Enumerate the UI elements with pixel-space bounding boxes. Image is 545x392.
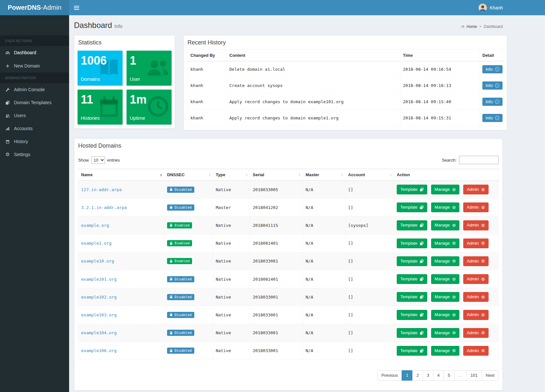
admin-button[interactable]: Admin⚙ bbox=[463, 239, 489, 248]
manage-button[interactable]: Manage⚙ bbox=[431, 310, 460, 320]
admin-button[interactable]: Admin⚙ bbox=[463, 310, 489, 320]
template-button[interactable]: Template bbox=[397, 239, 427, 248]
lock-icon bbox=[170, 242, 173, 245]
domain-row: example101.org Disabled Native 201808140… bbox=[79, 270, 499, 288]
lock-icon bbox=[170, 206, 173, 209]
domain-name-link[interactable]: example103.org bbox=[81, 312, 117, 317]
lock-icon bbox=[170, 295, 173, 299]
pagination-page-4[interactable]: 4 bbox=[433, 370, 444, 381]
template-button[interactable]: Template bbox=[397, 202, 427, 212]
template-button[interactable]: Template bbox=[397, 256, 427, 266]
type-cell: Native bbox=[213, 216, 250, 234]
sidebar-item-domain-templates[interactable]: Domain Templates bbox=[0, 96, 69, 109]
admin-button[interactable]: Admin⚙ bbox=[463, 274, 489, 284]
info-button[interactable]: Info i bbox=[482, 65, 503, 73]
manage-button[interactable]: Manage⚙ bbox=[431, 185, 460, 194]
domain-name-link[interactable]: example106.org bbox=[81, 348, 117, 353]
manage-button[interactable]: Manage⚙ bbox=[431, 328, 460, 338]
admin-button[interactable]: Admin⚙ bbox=[463, 328, 489, 338]
pagination-page-3[interactable]: 3 bbox=[423, 370, 433, 381]
dnssec-badge: Disabled bbox=[167, 294, 194, 300]
account-cell: [] bbox=[345, 288, 394, 306]
actions-cell: Template Manage⚙ Admin⚙ bbox=[394, 234, 499, 252]
info-button[interactable]: Info i bbox=[482, 114, 503, 122]
template-button[interactable]: Template bbox=[397, 346, 427, 356]
sidebar-item-new-domain[interactable]: New Domain bbox=[0, 59, 69, 72]
sidebar-item-settings[interactable]: ⚙ Settings bbox=[0, 148, 69, 161]
column-header-account[interactable]: Account▲▼ bbox=[345, 169, 394, 181]
breadcrumb-home-link[interactable]: Home bbox=[461, 24, 477, 29]
clone-icon bbox=[420, 295, 424, 299]
sidebar-item-label: New Domain bbox=[14, 63, 40, 68]
manage-button[interactable]: Manage⚙ bbox=[431, 239, 460, 248]
name-cell: 3.2.1.in-addr.arpa bbox=[79, 199, 164, 216]
gear-icon: ⚙ bbox=[452, 241, 456, 245]
template-button[interactable]: Template bbox=[397, 185, 427, 194]
domain-name-link[interactable]: 127.in-addr.arpa bbox=[81, 187, 122, 192]
admin-button[interactable]: Admin⚙ bbox=[463, 256, 489, 266]
info-button[interactable]: Info i bbox=[482, 81, 503, 90]
clone-icon bbox=[420, 349, 424, 353]
manage-button[interactable]: Manage⚙ bbox=[431, 292, 460, 302]
manage-button[interactable]: Manage⚙ bbox=[431, 274, 460, 284]
admin-button[interactable]: Admin⚙ bbox=[463, 202, 489, 212]
pagination-page-5[interactable]: 5 bbox=[443, 370, 454, 381]
domain-name-link[interactable]: 3.2.1.in-addr.arpa bbox=[81, 205, 127, 210]
template-button[interactable]: Template bbox=[397, 328, 427, 338]
dnssec-badge: Enabled bbox=[167, 258, 192, 264]
changed-by-cell: khanh bbox=[188, 61, 227, 78]
user-menu[interactable]: Khanh bbox=[476, 0, 505, 15]
manage-button[interactable]: Manage⚙ bbox=[431, 256, 460, 266]
column-header-master[interactable]: Master▲▼ bbox=[303, 169, 345, 181]
domain-name-link[interactable]: example1.org bbox=[81, 241, 112, 246]
lock-icon bbox=[170, 349, 173, 352]
type-cell: Native bbox=[213, 306, 250, 324]
sidebar-item-dashboard[interactable]: Dashboard bbox=[0, 46, 69, 59]
sidebar-item-label: Dashboard bbox=[14, 50, 36, 55]
search-input[interactable] bbox=[459, 156, 499, 164]
pagination-page-2[interactable]: 2 bbox=[412, 370, 423, 381]
column-header-type[interactable]: Type▲▼ bbox=[213, 169, 250, 181]
detail-cell: Info i bbox=[480, 110, 503, 126]
pagination-next[interactable]: Next bbox=[481, 370, 499, 381]
info-button[interactable]: Info i bbox=[482, 98, 503, 106]
admin-button[interactable]: Admin⚙ bbox=[463, 185, 489, 194]
gear-icon: ⚙ bbox=[481, 349, 485, 353]
template-button[interactable]: Template bbox=[397, 310, 427, 320]
domain-name-link[interactable]: example.org bbox=[81, 223, 109, 228]
domain-name-link[interactable]: example102.org bbox=[81, 295, 117, 300]
template-button[interactable]: Template bbox=[397, 292, 427, 302]
domain-name-link[interactable]: example10.org bbox=[81, 259, 114, 263]
column-header-dnssec[interactable]: DNSSEC▲▼ bbox=[164, 169, 213, 181]
manage-button[interactable]: Manage⚙ bbox=[431, 346, 460, 356]
admin-button[interactable]: Admin⚙ bbox=[463, 346, 489, 356]
template-button[interactable]: Template bbox=[397, 220, 427, 230]
admin-button[interactable]: Admin⚙ bbox=[463, 292, 489, 302]
sidebar-item-users[interactable]: Users bbox=[0, 109, 69, 122]
template-button[interactable]: Template bbox=[397, 274, 427, 284]
menu-toggle-button[interactable] bbox=[69, 0, 84, 15]
page-size-select[interactable]: 10 bbox=[91, 156, 105, 164]
column-header-time: Time bbox=[400, 50, 480, 61]
pagination-page-1[interactable]: 1 bbox=[402, 370, 412, 381]
column-header-name[interactable]: Name▲▼ bbox=[79, 169, 164, 181]
domain-name-link[interactable]: example104.org bbox=[81, 330, 117, 335]
sidebar-item-accounts[interactable]: Accounts bbox=[0, 122, 69, 135]
manage-button[interactable]: Manage⚙ bbox=[431, 220, 460, 230]
manage-button[interactable]: Manage⚙ bbox=[431, 202, 460, 212]
stat-tile-uptime: 1m Uptime bbox=[127, 90, 172, 125]
column-header-serial[interactable]: Serial▲▼ bbox=[250, 169, 303, 181]
pagination-previous[interactable]: Previous bbox=[377, 370, 402, 381]
history-row: khanh Apply record changes to domain exa… bbox=[188, 94, 503, 110]
content-wrapper: DashboardInfo Home Dashboard Statistics … bbox=[69, 0, 545, 392]
sidebar-item-history[interactable]: History bbox=[0, 135, 69, 148]
serial-cell: 2018041202 bbox=[250, 199, 303, 216]
calendar-icon bbox=[5, 139, 10, 144]
sidebar-item-admin-console[interactable]: Admin Console bbox=[0, 83, 69, 96]
domain-name-link[interactable]: example101.org bbox=[81, 277, 117, 282]
admin-button[interactable]: Admin⚙ bbox=[463, 220, 489, 230]
pagination-page-101[interactable]: 101 bbox=[466, 370, 482, 381]
type-cell: Native bbox=[213, 288, 250, 306]
brand-logo[interactable]: PowerDNS-Admin bbox=[0, 0, 69, 15]
name-cell: example10.org bbox=[79, 252, 164, 270]
